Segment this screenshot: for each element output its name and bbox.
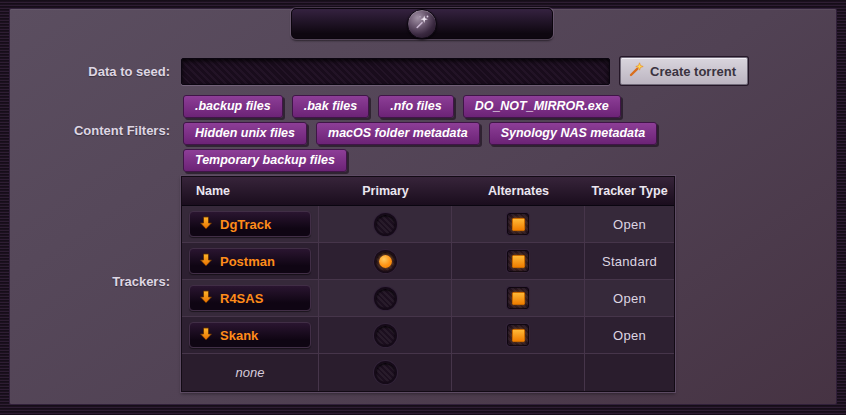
checkbox-mark <box>512 329 525 342</box>
filter-chip-row: Hidden unix filesmacOS folder metadataSy… <box>183 122 657 145</box>
sparkle-wand-icon <box>414 14 430 34</box>
filter-chip[interactable]: Temporary backup files <box>183 149 347 172</box>
wand-knob-button[interactable] <box>407 9 437 39</box>
magic-wand-icon <box>629 62 644 80</box>
filter-chip[interactable]: .nfo files <box>378 95 453 118</box>
tracker-name-button[interactable]: R4SAS <box>189 285 311 311</box>
column-header-name: Name <box>182 177 319 206</box>
tracker-name-cell: Skank <box>182 317 319 354</box>
primary-radio[interactable] <box>374 324 397 347</box>
filter-chip[interactable]: DO_NOT_MIRROR.exe <box>463 95 621 118</box>
column-header-primary: Primary <box>319 177 452 206</box>
tracker-type-cell: Open <box>585 206 674 243</box>
download-arrow-icon <box>200 327 212 344</box>
tracker-name-label: DgTrack <box>220 217 271 232</box>
alternates-checkbox[interactable] <box>507 213 529 235</box>
tracker-name-button[interactable]: DgTrack <box>189 211 311 237</box>
tracker-type-cell: Open <box>585 317 674 354</box>
alternates-checkbox[interactable] <box>507 250 529 272</box>
tracker-name-cell: none <box>182 354 319 391</box>
alternates-checkbox[interactable] <box>507 287 529 309</box>
tracker-name-label: Skank <box>220 328 258 343</box>
primary-radio[interactable] <box>374 213 397 236</box>
filter-chip[interactable]: Hidden unix files <box>183 122 307 145</box>
tracker-alternates-cell <box>452 317 585 354</box>
tracker-primary-cell <box>319 317 452 354</box>
alternates-checkbox[interactable] <box>507 324 529 346</box>
tracker-primary-cell <box>319 280 452 317</box>
download-arrow-icon <box>200 290 212 307</box>
filter-chip[interactable]: Synology NAS metadata <box>489 122 657 145</box>
tracker-name-button[interactable]: Skank <box>189 322 311 348</box>
tracker-primary-cell <box>319 243 452 280</box>
tracker-alternates-cell <box>452 280 585 317</box>
radio-dot <box>379 255 392 268</box>
tracker-name-cell: Postman <box>182 243 319 280</box>
filter-chip[interactable]: .bak files <box>292 95 370 118</box>
tracker-primary-cell <box>319 206 452 243</box>
tracker-type-cell: Open <box>585 280 674 317</box>
filter-chip[interactable]: macOS folder metadata <box>316 122 480 145</box>
data-to-seed-input[interactable] <box>181 58 610 85</box>
primary-radio[interactable] <box>374 361 397 384</box>
checkbox-mark <box>512 292 525 305</box>
column-header-tracker-type: Tracker Type <box>585 177 674 206</box>
tracker-name-button[interactable]: Postman <box>189 248 311 274</box>
download-arrow-icon <box>200 216 212 233</box>
filter-chip[interactable]: .backup files <box>183 95 283 118</box>
trackers-label: Trackers: <box>0 274 170 289</box>
tracker-type-cell <box>585 354 674 391</box>
trackers-table: Name Primary Alternates Tracker Type DgT… <box>181 176 675 392</box>
top-handle-bar <box>291 8 553 39</box>
column-header-alternates: Alternates <box>452 177 585 206</box>
tracker-type-label: Open <box>613 291 646 306</box>
download-arrow-icon <box>200 253 212 270</box>
tracker-name-cell: DgTrack <box>182 206 319 243</box>
filter-chip-row: Temporary backup files <box>183 149 657 172</box>
tracker-alternates-cell <box>452 243 585 280</box>
primary-radio[interactable] <box>374 250 397 273</box>
tracker-name-cell: R4SAS <box>182 280 319 317</box>
tracker-type-label: Standard <box>602 254 657 269</box>
tracker-name-label: Postman <box>220 254 275 269</box>
tracker-alternates-cell <box>452 206 585 243</box>
tracker-primary-cell <box>319 354 452 391</box>
filter-chip-rows: .backup files.bak files.nfo filesDO_NOT_… <box>183 95 657 172</box>
tracker-type-label: Open <box>613 328 646 343</box>
create-torrent-label: Create torrent <box>650 64 736 79</box>
tracker-alternates-cell <box>452 354 585 391</box>
filter-chip-row: .backup files.bak files.nfo filesDO_NOT_… <box>183 95 657 118</box>
tracker-type-cell: Standard <box>585 243 674 280</box>
checkbox-mark <box>512 218 525 231</box>
tracker-none-label: none <box>236 365 265 380</box>
primary-radio[interactable] <box>374 287 397 310</box>
tracker-name-label: R4SAS <box>220 291 263 306</box>
tracker-type-label: Open <box>613 217 646 232</box>
data-to-seed-label: Data to seed: <box>0 64 170 79</box>
checkbox-mark <box>512 255 525 268</box>
content-filters-label: Content Filters: <box>0 123 170 138</box>
create-torrent-button[interactable]: Create torrent <box>620 57 748 85</box>
